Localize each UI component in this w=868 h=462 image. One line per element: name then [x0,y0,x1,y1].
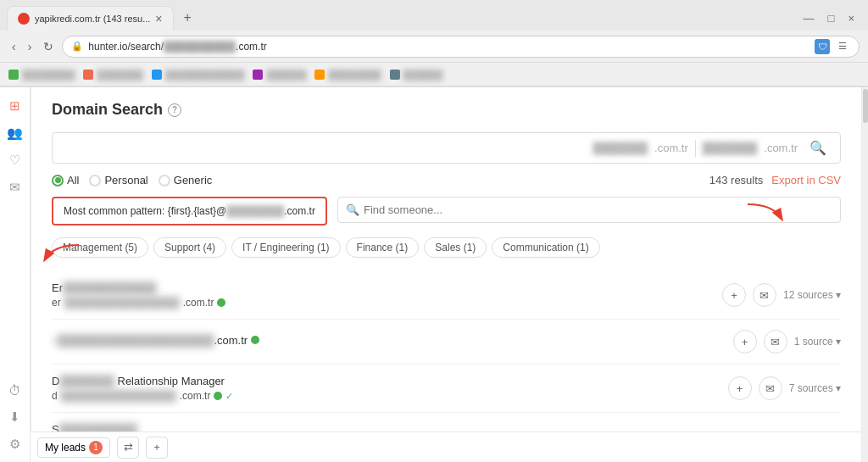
sources-link-2[interactable]: 1 source ▾ [794,336,841,348]
add-lead-button[interactable]: + [146,437,168,459]
result-info-1: Er████████████ er████████████████.com.tr [52,281,722,309]
tab-label: yapikredi.com.tr (143 resu... [35,14,150,24]
results-count: 143 results [709,174,764,186]
tab-favicon [18,13,30,25]
back-button[interactable]: ‹ [8,38,19,55]
search-divider [695,140,696,157]
tag-sales[interactable]: Sales (1) [424,237,487,258]
tab-bar: yapikredi.com.tr (143 resu... × + — □ × [0,0,868,31]
result-email-1: er████████████████.com.tr [52,297,722,309]
tag-support[interactable]: Support (4) [153,237,226,258]
filter-generic[interactable]: Generic [159,174,213,186]
domain-search-input[interactable] [61,142,587,154]
pattern-box: Most common pattern: {first}.{last}@████… [52,197,327,225]
filter-all[interactable]: All [52,174,79,186]
url-right-icons: 🛡 ☰ [815,39,850,54]
verified-icon-1 [217,298,225,307]
pattern-domain-suffix: .com.tr [284,205,315,217]
scrollbar-thumb[interactable] [863,89,868,123]
email-button-2[interactable]: ✉ [764,330,787,353]
result-item-2: h████████████████████.com.tr + ✉ 1 sourc… [52,320,841,365]
result-actions-1: + ✉ 12 sources ▾ [722,283,841,307]
arrow-right [739,200,790,237]
filter-row: All Personal Generic 143 results Export … [52,174,841,186]
find-search-icon: 🔍 [346,203,359,216]
sidebar-item-email[interactable]: ✉ [3,175,27,199]
my-leads-button[interactable]: My leads 1 [37,437,110,458]
result-name-1: Er████████████ [52,281,722,294]
results-list: Er████████████ er████████████████.com.tr… [52,271,841,448]
radio-personal [89,175,101,186]
url-text: hunter.io/search/██████████.com.tr [88,41,810,53]
pattern-label: Most common pattern: {first}.{last}@ [64,205,226,217]
filter-options: All Personal Generic [52,174,212,186]
transfer-button[interactable]: ⇄ [117,437,139,459]
result-email-3: d████████████████.com.tr ✓ [52,390,728,402]
leads-count: 1 [89,441,103,454]
right-domain-blur: ███████ [703,142,757,154]
bookmark-3[interactable]: ████████████ [152,70,245,80]
domain-blur-prefix: ███████ [593,142,648,154]
sidebar-item-history[interactable]: ⏱ [3,378,27,402]
radio-generic [159,175,170,186]
filter-personal[interactable]: Personal [89,174,147,186]
result-actions-3: + ✉ 7 sources ▾ [728,376,841,400]
tag-communication[interactable]: Communication (1) [492,237,599,258]
win-minimize[interactable]: — [804,12,815,25]
sidebar-item-home[interactable]: ⊞ [3,94,27,118]
page-title-row: Domain Search ? [52,101,841,119]
bookmark-6[interactable]: ██████ [390,70,443,80]
pattern-domain-blur: ████████ [226,205,284,217]
sidebar-item-contacts[interactable]: 👥 [3,121,27,145]
menu-icon[interactable]: ☰ [835,39,850,54]
result-info-3: D███████ Relationship Manager d█████████… [52,375,728,402]
sources-link-3[interactable]: 7 sources ▾ [789,382,841,394]
sidebar-item-favorites[interactable]: ♡ [3,148,27,172]
sidebar-item-download[interactable]: ⬇ [3,405,27,429]
pattern-row: Most common pattern: {first}.{last}@████… [52,197,841,225]
category-tags: Management (5) Support (4) IT / Engineer… [52,237,841,258]
add-button-3[interactable]: + [728,376,752,400]
leads-label: My leads [45,442,86,454]
bottom-bar: My leads 1 ⇄ + [31,431,861,462]
app-layout: ⊞ 👥 ♡ ✉ ⏱ ⬇ ⚙ Domain Search ? ███████ .c… [0,87,868,462]
refresh-button[interactable]: ↻ [40,38,57,55]
pattern-section: Most common pattern: {first}.{last}@████… [52,197,841,225]
scrollbar-track[interactable] [861,87,868,462]
address-bar: ‹ › ↻ 🔒 hunter.io/search/██████████.com.… [0,31,868,63]
sidebar-item-settings[interactable]: ⚙ [3,432,27,456]
result-info-2: h████████████████████.com.tr [52,334,733,349]
win-maximize[interactable]: □ [828,12,835,25]
results-info: 143 results Export in CSV [709,174,841,186]
bookmark-1[interactable]: ████████ [8,70,75,80]
tag-finance[interactable]: Finance (1) [346,237,420,258]
bookmark-2[interactable]: ███████ [83,70,143,80]
url-bar[interactable]: 🔒 hunter.io/search/██████████.com.tr 🛡 ☰ [62,36,860,58]
verified-icon-3 [214,392,222,400]
arrow-left [36,241,87,269]
search-button[interactable]: 🔍 [804,138,832,158]
help-icon[interactable]: ? [168,103,181,117]
result-item-3: D███████ Relationship Manager d█████████… [52,365,841,413]
bookmarks-bar: ████████ ███████ ████████████ ██████ ███… [0,63,868,86]
email-button-3[interactable]: ✉ [759,376,782,400]
tag-it-engineering[interactable]: IT / Engineering (1) [231,237,341,258]
win-close[interactable]: × [848,12,854,25]
forward-button[interactable]: › [25,38,36,55]
bookmark-5[interactable]: ████████ [314,70,381,80]
new-tab-button[interactable]: + [177,7,198,29]
result-name-3: D███████ Relationship Manager [52,375,728,387]
export-csv-link[interactable]: Export in CSV [771,174,841,186]
add-button-2[interactable]: + [733,330,757,353]
radio-all [52,175,64,186]
add-button-1[interactable]: + [722,283,746,307]
browser-chrome: yapikredi.com.tr (143 resu... × + — □ × … [0,0,868,87]
bookmark-4[interactable]: ██████ [253,70,306,80]
tab-close-btn[interactable]: × [155,12,162,25]
search-bar[interactable]: ███████ .com.tr ███████ .com.tr 🔍 [52,132,841,164]
result-item-1: Er████████████ er████████████████.com.tr… [52,271,841,320]
active-tab[interactable]: yapikredi.com.tr (143 resu... × [7,6,174,31]
email-button-1[interactable]: ✉ [753,283,776,307]
result-actions-2: + ✉ 1 source ▾ [733,330,841,353]
sources-link-1[interactable]: 12 sources ▾ [783,289,841,301]
